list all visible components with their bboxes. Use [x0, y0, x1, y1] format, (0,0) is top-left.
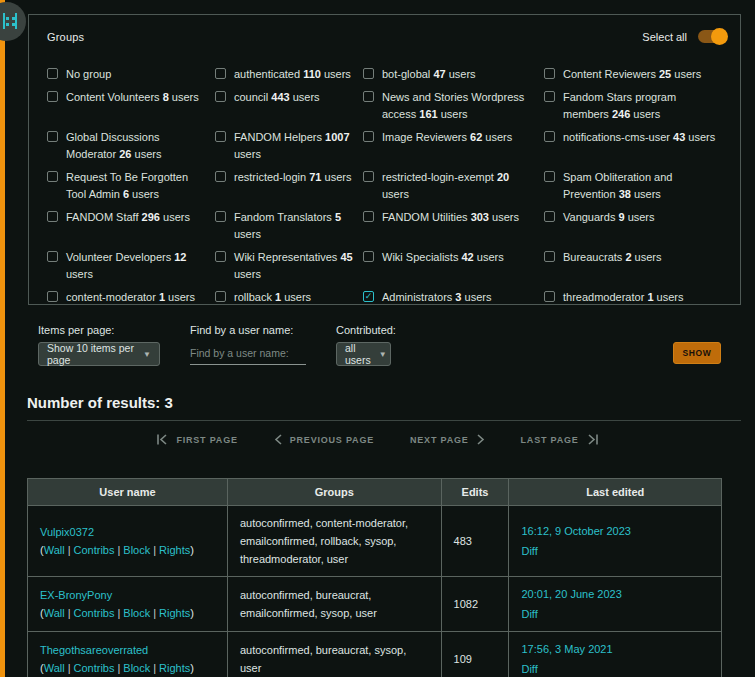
group-option[interactable]: Content Volunteers 8 users	[47, 89, 215, 123]
group-checkbox[interactable]	[544, 251, 555, 262]
group-option[interactable]: Volunteer Developers 12 users	[47, 249, 215, 283]
group-checkbox[interactable]	[47, 131, 58, 142]
group-option[interactable]: bot-global 47 users	[363, 66, 544, 83]
group-option[interactable]: FANDOM Helpers 1007 users	[215, 129, 363, 163]
user-rights-link[interactable]: Rights	[159, 544, 190, 556]
first-page-button[interactable]: FIRST PAGE	[156, 434, 237, 445]
group-option[interactable]: Image Reviewers 62 users	[363, 129, 544, 163]
group-label: Wiki Specialists 42 users	[382, 249, 504, 266]
group-checkbox[interactable]	[363, 91, 374, 102]
group-checkbox[interactable]	[47, 91, 58, 102]
user-contribs-link[interactable]: Contribs	[74, 662, 115, 674]
user-wall-link[interactable]: Wall	[44, 662, 65, 674]
group-option[interactable]: notifications-cms-user 43 users	[544, 129, 727, 163]
group-checkbox[interactable]	[363, 291, 374, 302]
last-edited-date: 20:01, 20 June 2023	[521, 585, 709, 603]
contributed-select[interactable]: all users ▼	[336, 342, 391, 366]
select-all-toggle[interactable]	[698, 30, 726, 43]
group-option[interactable]: restricted-login 71 users	[215, 169, 363, 203]
group-option[interactable]: Fandom Stars program members 246 users	[544, 89, 727, 123]
floating-action-button[interactable]	[0, 2, 26, 41]
group-option[interactable]: Wiki Representatives 45 users	[215, 249, 363, 283]
chevron-down-icon: ▼	[379, 350, 387, 359]
group-checkbox[interactable]	[215, 291, 226, 302]
group-checkbox[interactable]	[215, 131, 226, 142]
user-rights-link[interactable]: Rights	[159, 662, 190, 674]
group-checkbox[interactable]	[363, 68, 374, 79]
group-checkbox[interactable]	[215, 171, 226, 182]
user-block-link[interactable]: Block	[123, 544, 150, 556]
groups-panel-title: Groups	[47, 31, 84, 43]
group-option[interactable]: News and Stories Wordpress access 161 us…	[363, 89, 544, 123]
group-option[interactable]: No group	[47, 66, 215, 83]
group-option[interactable]: authenticated 110 users	[215, 66, 363, 83]
group-checkbox[interactable]	[544, 131, 555, 142]
group-checkbox[interactable]	[47, 68, 58, 79]
group-checkbox[interactable]	[47, 291, 58, 302]
group-checkbox[interactable]	[363, 131, 374, 142]
contributed-label: Contributed:	[336, 324, 396, 336]
group-option[interactable]: Wiki Specialists 42 users	[363, 249, 544, 283]
group-option[interactable]: FANDOM Utilities 303 users	[363, 209, 544, 243]
results-table-body: Vulpix0372 (Wall|Contribs|Block|Rights)a…	[28, 506, 722, 677]
group-checkbox[interactable]	[215, 251, 226, 262]
group-option[interactable]: Bureaucrats 2 users	[544, 249, 727, 283]
group-checkbox[interactable]	[215, 211, 226, 222]
group-checkbox[interactable]	[544, 211, 555, 222]
last-edited-date: 17:56, 3 May 2021	[521, 640, 709, 658]
username-link[interactable]: Thegothsareoverrated	[40, 644, 148, 656]
username-link[interactable]: EX-BronyPony	[40, 589, 112, 601]
group-option[interactable]: council 443 users	[215, 89, 363, 123]
group-option[interactable]: Content Reviewers 25 users	[544, 66, 727, 83]
group-checkbox[interactable]	[544, 68, 555, 79]
group-option[interactable]: Fandom Translators 5 users	[215, 209, 363, 243]
user-block-link[interactable]: Block	[123, 607, 150, 619]
user-block-link[interactable]: Block	[123, 662, 150, 674]
group-option[interactable]: Administrators 3 users	[363, 289, 544, 306]
column-header-username: User name	[28, 479, 228, 506]
group-checkbox[interactable]	[363, 171, 374, 182]
results-count-heading: Number of results: 3	[27, 394, 173, 411]
previous-page-icon	[274, 434, 282, 445]
group-option[interactable]: threadmoderator 1 users	[544, 289, 727, 306]
group-checkbox[interactable]	[47, 171, 58, 182]
group-checkbox[interactable]	[47, 211, 58, 222]
group-label: threadmoderator 1 users	[563, 289, 683, 306]
group-checkbox[interactable]	[363, 251, 374, 262]
group-option[interactable]: Vanguards 9 users	[544, 209, 727, 243]
group-option[interactable]: restricted-login-exempt 20 users	[363, 169, 544, 203]
group-checkbox[interactable]	[544, 171, 555, 182]
user-wall-link[interactable]: Wall	[44, 607, 65, 619]
group-option[interactable]: content-moderator 1 users	[47, 289, 215, 306]
diff-link[interactable]: Diff	[521, 663, 537, 675]
group-checkbox[interactable]	[47, 251, 58, 262]
group-option[interactable]: Request To Be Forgotten Tool Admin 6 use…	[47, 169, 215, 203]
group-checkbox[interactable]	[363, 211, 374, 222]
username-link[interactable]: Vulpix0372	[40, 526, 94, 538]
last-edited-cell: 17:56, 3 May 2021Diff	[509, 632, 722, 677]
group-label: Global Discussions Moderator 26 users	[66, 129, 205, 163]
find-user-input[interactable]	[190, 342, 306, 365]
next-page-button[interactable]: NEXT PAGE	[410, 434, 485, 445]
table-header-row: User name Groups Edits Last edited	[28, 479, 722, 506]
group-checkbox[interactable]	[215, 68, 226, 79]
diff-link[interactable]: Diff	[521, 608, 537, 620]
show-button[interactable]: SHOW	[673, 342, 721, 364]
group-checkbox[interactable]	[544, 91, 555, 102]
group-option[interactable]: Global Discussions Moderator 26 users	[47, 129, 215, 163]
previous-page-button[interactable]: PREVIOUS PAGE	[274, 434, 374, 445]
user-contribs-link[interactable]: Contribs	[74, 607, 115, 619]
user-rights-link[interactable]: Rights	[159, 607, 190, 619]
pagination: FIRST PAGE PREVIOUS PAGE NEXT PAGE LAST …	[0, 434, 755, 445]
group-checkbox[interactable]	[544, 291, 555, 302]
group-checkbox[interactable]	[215, 91, 226, 102]
diff-link[interactable]: Diff	[521, 545, 537, 557]
items-per-page-select[interactable]: Show 10 items per page ▼	[38, 342, 160, 366]
last-page-button[interactable]: LAST PAGE	[521, 434, 599, 445]
user-contribs-link[interactable]: Contribs	[74, 544, 115, 556]
group-option[interactable]: FANDOM Staff 296 users	[47, 209, 215, 243]
group-option[interactable]: rollback 1 users	[215, 289, 363, 306]
user-wall-link[interactable]: Wall	[44, 544, 65, 556]
link-separator: |	[68, 544, 71, 556]
group-option[interactable]: Spam Obliteration and Prevention 38 user…	[544, 169, 727, 203]
